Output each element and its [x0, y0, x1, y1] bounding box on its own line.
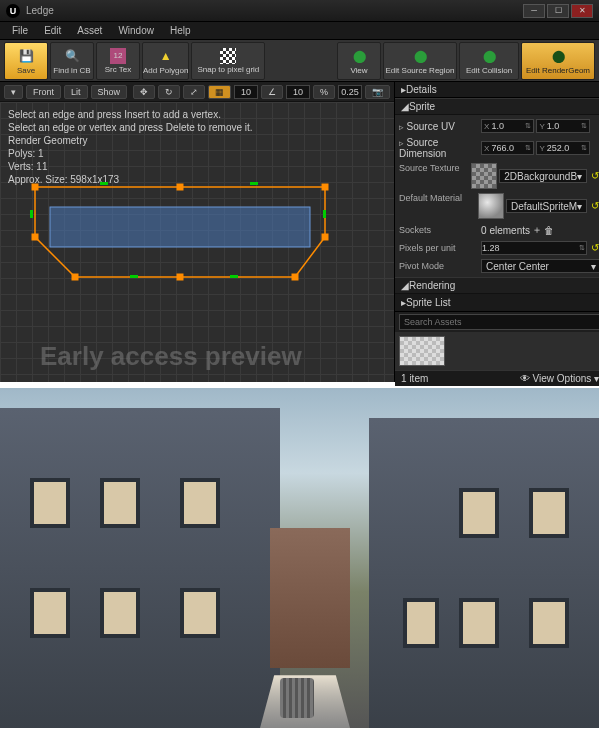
reset-icon[interactable]: ↺: [589, 242, 599, 254]
toolbar: 💾 Save 🔍 Find in CB 12 Src Tex ▲ Add Pol…: [0, 40, 599, 82]
tree-icon: ⬤: [411, 47, 429, 65]
tree-icon: ⬤: [549, 47, 567, 65]
sockets-value: 0 elements: [481, 225, 530, 236]
grid-snap-button[interactable]: ▦: [208, 85, 231, 99]
pivot-mode-dropdown[interactable]: Center Center▾: [481, 259, 599, 273]
source-texture-dropdown[interactable]: 2DBackgroundB▾: [499, 169, 587, 183]
clear-sockets-icon[interactable]: 🗑: [544, 225, 554, 236]
asset-grid[interactable]: [395, 332, 599, 370]
pixels-per-unit-label: Pixels per unit: [399, 243, 477, 253]
viewport-canvas[interactable]: Select an edge and press Insert to add a…: [0, 102, 394, 382]
source-uv-y-input[interactable]: Y⇅: [536, 119, 589, 133]
reset-icon[interactable]: ↺: [589, 200, 599, 212]
watermark-text: Early access preview: [40, 341, 302, 372]
lit-button[interactable]: Lit: [64, 85, 88, 99]
rendering-section-header[interactable]: ◢ Rendering: [395, 277, 599, 294]
add-socket-icon[interactable]: ＋: [532, 223, 542, 237]
source-dim-y-input[interactable]: Y⇅: [536, 141, 589, 155]
viewport: ▾ Front Lit Show ✥ ↻ ⤢ ▦ 10 ∠ 10 % 0.25 …: [0, 82, 395, 382]
sprite-list-tab[interactable]: ▸ Sprite List: [395, 294, 599, 312]
details-tab[interactable]: ▸ Details: [395, 82, 599, 98]
menubar: File Edit Asset Window Help: [0, 22, 599, 40]
menu-window[interactable]: Window: [110, 25, 162, 36]
front-button[interactable]: Front: [26, 85, 61, 99]
default-material-dropdown[interactable]: DefaultSpriteM▾: [506, 199, 587, 213]
window-title: Ledge: [26, 5, 523, 16]
view-button[interactable]: ⬤ View: [337, 42, 381, 80]
close-button[interactable]: ✕: [571, 4, 593, 18]
sprite-geometry[interactable]: [30, 182, 330, 292]
triangle-icon: ▲: [157, 47, 175, 65]
search-assets-input[interactable]: [399, 314, 599, 330]
item-count: 1 item: [401, 373, 428, 384]
move-tool-button[interactable]: ✥: [133, 85, 155, 99]
rotate-tool-button[interactable]: ↻: [158, 85, 180, 99]
camera-speed-button[interactable]: 📷: [365, 85, 390, 99]
maximize-button[interactable]: ☐: [547, 4, 569, 18]
show-button[interactable]: Show: [91, 85, 128, 99]
save-button[interactable]: 💾 Save: [4, 42, 48, 80]
reset-icon[interactable]: ↺: [589, 170, 599, 182]
right-panel: ▸ Details ◢ Sprite ▹ Source UV X⇅ Y⇅ ▹ S…: [395, 82, 599, 382]
edit-collision-button[interactable]: ⬤ Edit Collision: [459, 42, 519, 80]
default-material-thumb[interactable]: [478, 193, 504, 219]
trash-can-prop: [280, 678, 314, 718]
source-uv-x-input[interactable]: X⇅: [481, 119, 534, 133]
checker-icon: [220, 48, 236, 64]
texture-icon: 12: [110, 48, 126, 64]
floppy-icon: 💾: [17, 47, 35, 65]
source-texture-thumb[interactable]: [471, 163, 497, 189]
rendered-scene-preview: [0, 388, 599, 728]
scale-snap-value[interactable]: 0.25: [338, 85, 362, 99]
viewport-options-button[interactable]: ▾: [4, 85, 23, 99]
tree-icon: ⬤: [350, 47, 368, 65]
angle-snap-button[interactable]: ∠: [261, 85, 283, 99]
menu-help[interactable]: Help: [162, 25, 199, 36]
scale-snap-button[interactable]: %: [313, 85, 335, 99]
viewport-toolbar: ▾ Front Lit Show ✥ ↻ ⤢ ▦ 10 ∠ 10 % 0.25 …: [0, 82, 394, 102]
pivot-mode-label: Pivot Mode: [399, 261, 477, 271]
menu-edit[interactable]: Edit: [36, 25, 69, 36]
menu-file[interactable]: File: [4, 25, 36, 36]
titlebar[interactable]: U Ledge ─ ☐ ✕: [0, 0, 599, 22]
view-options-button[interactable]: 👁 View Options ▾: [520, 373, 599, 384]
source-texture-label: Source Texture: [399, 163, 467, 173]
grid-snap-value[interactable]: 10: [234, 85, 258, 99]
default-material-label: Default Material: [399, 193, 474, 203]
angle-snap-value[interactable]: 10: [286, 85, 310, 99]
viewport-info-text: Select an edge and press Insert to add a…: [8, 108, 253, 186]
asset-thumb[interactable]: [399, 336, 445, 366]
edit-render-geom-button[interactable]: ⬤ Edit RenderGeom: [521, 42, 595, 80]
source-uv-label: ▹ Source UV: [399, 121, 477, 132]
sprite-section-header[interactable]: ◢ Sprite: [395, 98, 599, 115]
pixels-per-unit-input[interactable]: ⇅: [481, 241, 587, 255]
svg-rect-0: [50, 207, 310, 247]
add-polygon-button[interactable]: ▲ Add Polygon: [142, 42, 189, 80]
menu-asset[interactable]: Asset: [69, 25, 110, 36]
snap-to-pixel-button[interactable]: Snap to pixel grid: [191, 42, 265, 80]
sockets-label: Sockets: [399, 225, 477, 235]
unreal-logo-icon: U: [6, 4, 20, 18]
editor-window: U Ledge ─ ☐ ✕ File Edit Asset Window Hel…: [0, 0, 599, 382]
edit-source-region-button[interactable]: ⬤ Edit Source Region: [383, 42, 457, 80]
tree-icon: ⬤: [480, 47, 498, 65]
source-dim-x-input[interactable]: X⇅: [481, 141, 534, 155]
minimize-button[interactable]: ─: [523, 4, 545, 18]
scale-tool-button[interactable]: ⤢: [183, 85, 205, 99]
magnifier-icon: 🔍: [63, 47, 81, 65]
source-dimension-label: ▹ Source Dimension: [399, 137, 477, 159]
find-in-cb-button[interactable]: 🔍 Find in CB: [50, 42, 94, 80]
src-tex-button[interactable]: 12 Src Tex: [96, 42, 140, 80]
